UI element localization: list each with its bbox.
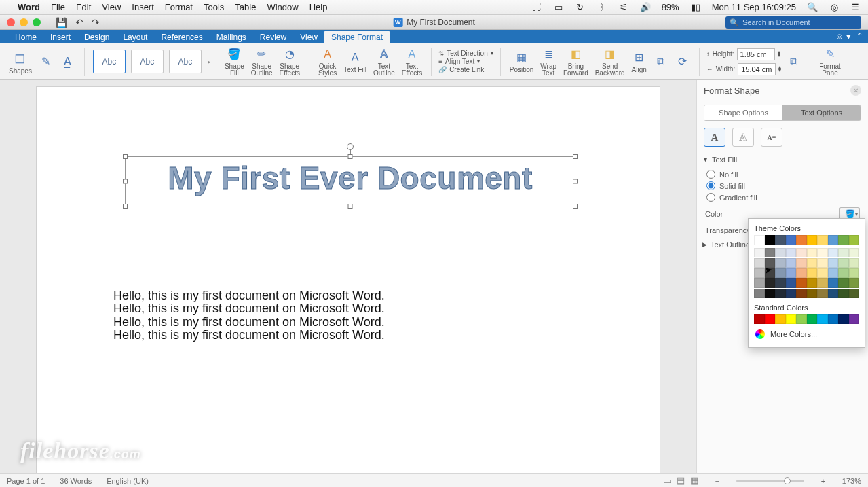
tab-layout[interactable]: Layout [116,31,154,43]
resize-handle-w[interactable] [123,179,128,184]
resize-handle-se[interactable] [573,204,578,209]
menubar-clock[interactable]: Mon 11 Sep 16:09:25 [712,2,796,12]
search-in-document[interactable]: 🔍 Search in Document [725,16,861,29]
color-swatch[interactable] [775,258,786,268]
color-swatch[interactable] [838,258,849,268]
view-print-icon[interactable]: ▤ [677,475,685,486]
position-button[interactable]: ▦Position [508,49,536,75]
color-swatch[interactable] [838,314,849,324]
menu-format[interactable]: Format [165,2,193,12]
color-swatch[interactable] [796,248,807,257]
text-fill-outline-tab[interactable]: A [704,128,725,147]
shape-outline-button[interactable]: ✏Shape Outline [249,46,275,78]
zoom-slider[interactable] [736,480,804,482]
align-text-button[interactable]: ≡Align Text▾ [438,58,493,65]
format-pane-button[interactable]: ✎Format Pane [817,46,843,78]
color-swatch[interactable] [754,278,765,288]
zoom-pct[interactable]: 173% [842,477,861,485]
color-swatch[interactable] [796,268,807,278]
color-swatch[interactable] [775,235,786,245]
color-swatch[interactable] [828,268,839,278]
textbox-tab[interactable]: A≡ [761,128,782,147]
align-button[interactable]: ⊞Align [630,49,649,75]
shape-style-3[interactable]: Abc [169,50,202,73]
color-swatch[interactable] [828,289,839,298]
color-swatch[interactable] [765,278,776,288]
tab-mailings[interactable]: Mailings [210,31,253,43]
status-words[interactable]: 36 Words [60,477,92,485]
color-swatch[interactable] [828,314,839,324]
volume-icon[interactable]: 🔊 [640,2,651,12]
text-outline-button[interactable]: AText Outline [371,46,397,78]
text-box-button[interactable]: A̲ [58,53,77,71]
tab-review[interactable]: Review [253,31,293,43]
color-swatch[interactable] [796,258,807,268]
color-swatch[interactable] [828,278,839,288]
text-effects-tab[interactable]: A [732,128,754,147]
style-gallery-more[interactable]: ▸ [206,58,213,65]
color-swatch[interactable] [838,278,849,288]
timemachine-icon[interactable]: ↻ [575,2,586,12]
app-menu[interactable]: Word [18,2,40,12]
color-swatch[interactable] [807,235,818,245]
color-swatch[interactable] [775,268,786,278]
color-swatch[interactable] [838,235,849,245]
color-swatch[interactable] [828,248,839,257]
crop-button[interactable]: ⧉ [784,53,803,71]
wrap-text-button[interactable]: ≣Wrap Text [538,46,559,78]
color-swatch[interactable] [796,235,807,245]
color-swatch[interactable] [817,258,828,268]
color-swatch[interactable] [775,289,786,298]
rotate-button[interactable]: ⟳ [673,53,692,71]
zoom-in-button[interactable]: + [819,477,827,485]
spotlight-icon[interactable]: 🔍 [807,2,818,12]
menu-file[interactable]: File [51,2,65,12]
color-swatch[interactable] [765,314,776,324]
tab-view[interactable]: View [293,31,324,43]
resize-handle-n[interactable] [348,154,353,159]
rotate-handle[interactable] [347,143,354,150]
zoom-out-button[interactable]: − [713,477,721,485]
bluetooth-icon[interactable]: ᛒ [597,2,607,12]
color-swatch[interactable] [754,235,765,245]
height-stepper[interactable]: ▴▾ [778,51,780,58]
siri-icon[interactable]: ◎ [829,2,839,12]
color-swatch[interactable] [838,268,849,278]
resize-handle-nw[interactable] [123,154,128,159]
color-swatch[interactable] [817,289,828,298]
color-swatch[interactable] [775,278,786,288]
view-web-icon[interactable]: ▦ [690,475,698,486]
color-swatch[interactable] [849,235,860,245]
color-swatch[interactable] [817,268,828,278]
color-swatch[interactable] [817,278,828,288]
edit-shape-button[interactable]: ✎ [37,53,56,71]
color-swatch[interactable] [838,289,849,298]
color-swatch[interactable] [754,289,765,298]
menu-view[interactable]: View [102,2,121,12]
color-swatch[interactable] [765,289,776,298]
window-close-button[interactable] [7,18,15,26]
window-zoom-button[interactable] [33,18,41,26]
quick-styles-button[interactable]: AQuick Styles [316,46,339,78]
color-swatch[interactable] [807,268,818,278]
pane-close-icon[interactable]: ✕ [850,85,861,96]
notification-center-icon[interactable]: ☰ [850,2,861,12]
resize-handle-sw[interactable] [123,204,128,209]
text-fill-button[interactable]: AText Fill [341,49,369,75]
color-swatch[interactable] [817,314,828,324]
qat-redo-icon[interactable]: ↷ [92,17,100,28]
color-swatch[interactable] [849,314,860,324]
color-swatch[interactable] [807,289,818,298]
menu-insert[interactable]: Insert [132,2,154,12]
create-link-button[interactable]: 🔗Create Link [438,66,493,73]
tab-home[interactable]: Home [8,31,43,43]
color-swatch[interactable] [754,314,765,324]
wordart-shape[interactable]: My First Ever Document [125,156,575,206]
no-fill-radio[interactable]: No fill [706,168,858,180]
color-swatch[interactable] [849,258,860,268]
color-swatch[interactable] [786,278,797,288]
tab-insert[interactable]: Insert [43,31,77,43]
text-direction-button[interactable]: ⇅Text Direction▾ [438,50,493,57]
color-swatch[interactable] [817,248,828,257]
color-swatch[interactable] [786,289,797,298]
